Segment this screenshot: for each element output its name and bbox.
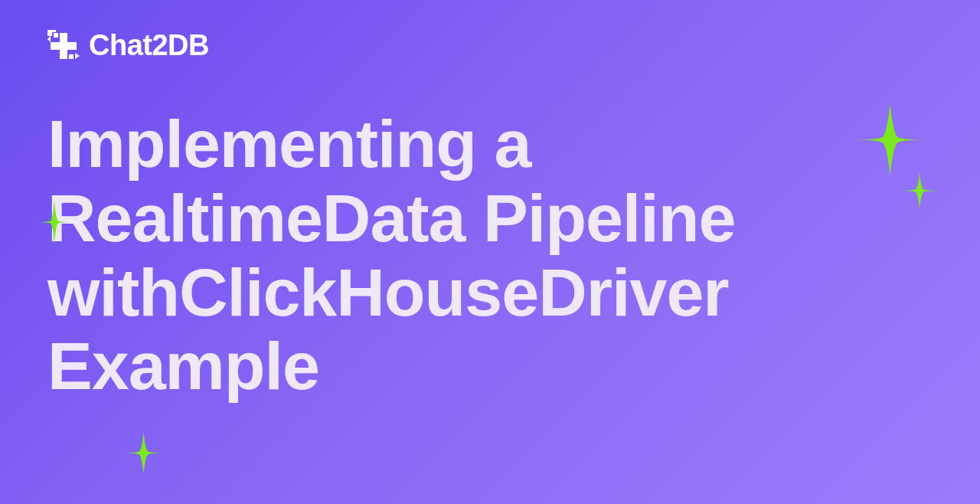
- title-container: Implementing a RealtimeData Pipeline wit…: [47, 107, 888, 404]
- sparkle-icon: [854, 103, 926, 179]
- sparkle-icon: [901, 172, 938, 212]
- logo-text: Chat2DB: [89, 29, 209, 62]
- sparkle-icon: [122, 432, 165, 477]
- sparkle-icon: [38, 199, 70, 248]
- logo-icon: [47, 30, 80, 62]
- logo: Chat2DB: [47, 29, 209, 62]
- page-title: Implementing a RealtimeData Pipeline wit…: [47, 107, 888, 404]
